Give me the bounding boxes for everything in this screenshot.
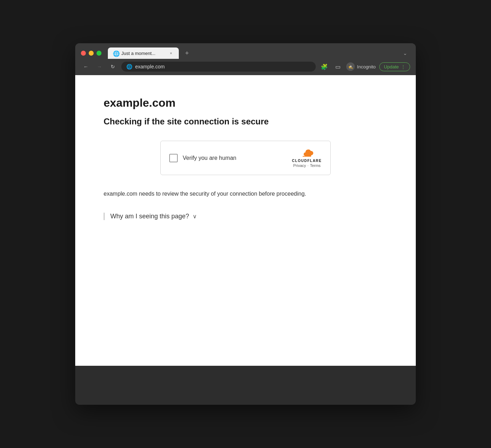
checking-heading: Checking if the site connection is secur…	[104, 117, 387, 127]
dot-separator: ·	[308, 163, 309, 168]
captcha-checkbox[interactable]	[169, 154, 178, 162]
incognito-badge: 🕵 Incognito	[346, 62, 376, 71]
svg-rect-2	[303, 156, 311, 157]
cloudflare-name: CLOUDFLARE	[292, 159, 322, 163]
captcha-links: Privacy · Terms	[293, 163, 321, 168]
minimize-window-button[interactable]	[89, 51, 94, 56]
toolbar: ← → ↻ 🌐 example.com 🧩 ▭ 🕵 Incognito	[75, 59, 416, 75]
privacy-link[interactable]: Privacy	[293, 163, 306, 168]
site-domain: example.com	[104, 96, 387, 110]
captcha-label: Verify you are human	[183, 155, 236, 161]
new-tab-button[interactable]: +	[182, 48, 192, 58]
accordion-title: Why am I seeing this page?	[110, 213, 189, 220]
reload-button[interactable]: ↻	[108, 62, 118, 72]
forward-button[interactable]: →	[94, 62, 104, 72]
close-window-button[interactable]	[81, 51, 86, 56]
accordion[interactable]: Why am I seeing this page? ∨	[104, 213, 387, 220]
title-bar: 🌐 Just a moment... × + ⌄	[75, 43, 416, 59]
tab-menu-button[interactable]: ⌄	[400, 49, 410, 57]
incognito-icon: 🕵	[346, 62, 355, 71]
captcha-right: CLOUDFLARE Privacy · Terms	[292, 148, 322, 168]
captcha-widget: Verify you are human CLOUDFLARE Privacy …	[160, 141, 331, 175]
cloudflare-cloud-icon	[298, 148, 315, 159]
address-text: example.com	[135, 64, 165, 69]
tab-title: Just a moment...	[121, 51, 165, 56]
page-content: example.com Checking if the site connect…	[75, 75, 416, 366]
update-label: Update	[384, 64, 399, 69]
accordion-header[interactable]: Why am I seeing this page? ∨	[110, 213, 387, 220]
address-globe-icon: 🌐	[126, 64, 132, 69]
terms-link[interactable]: Terms	[310, 163, 321, 168]
active-tab[interactable]: 🌐 Just a moment... ×	[108, 47, 179, 59]
svg-text:🕵: 🕵	[348, 64, 353, 69]
tab-favicon-icon: 🌐	[113, 50, 118, 56]
back-button[interactable]: ←	[81, 62, 91, 72]
captcha-left: Verify you are human	[169, 154, 236, 162]
chevron-down-icon: ∨	[193, 213, 197, 220]
tab-close-button[interactable]: ×	[168, 50, 174, 56]
incognito-svg-icon: 🕵	[347, 63, 354, 70]
extensions-button[interactable]: 🧩	[319, 62, 329, 72]
sidebar-button[interactable]: ▭	[333, 62, 343, 72]
update-button[interactable]: Update ⋮	[379, 62, 410, 71]
browser-window: 🌐 Just a moment... × + ⌄ ← → ↻ 🌐 example…	[75, 43, 416, 405]
update-menu-icon: ⋮	[401, 64, 406, 69]
address-bar[interactable]: 🌐 example.com	[121, 62, 316, 72]
traffic-lights	[81, 51, 101, 56]
cloudflare-logo: CLOUDFLARE	[292, 148, 322, 163]
maximize-window-button[interactable]	[96, 51, 101, 56]
description-text: example.com needs to review the security…	[104, 189, 359, 198]
incognito-label: Incognito	[357, 64, 376, 69]
toolbar-actions: 🧩 ▭ 🕵 Incognito Update ⋮	[319, 62, 410, 72]
